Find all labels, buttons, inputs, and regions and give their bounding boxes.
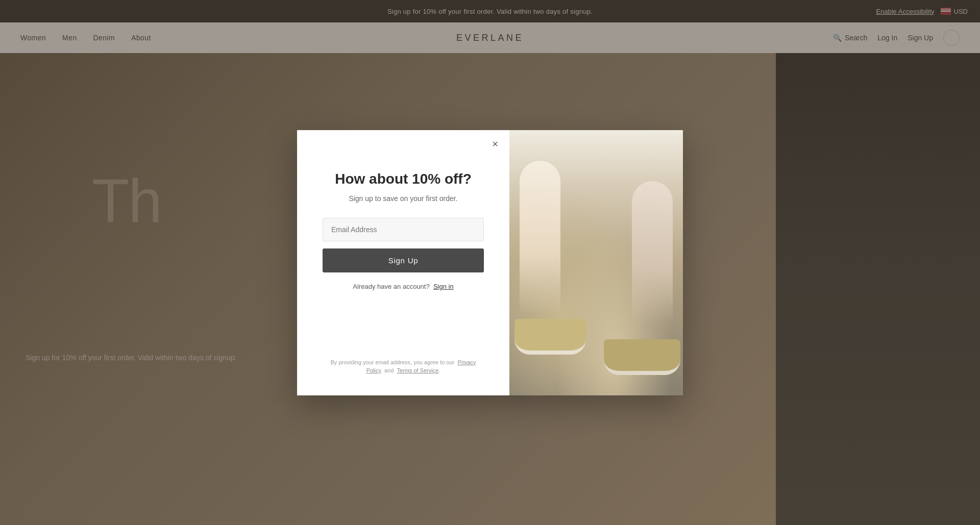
already-account-text: Already have an account? Sign in bbox=[353, 283, 453, 290]
modal-footer: By providing your email address, you agr… bbox=[323, 358, 484, 375]
shoe-left bbox=[514, 319, 586, 355]
modal-form-panel: × How about 10% off? Sign up to save on … bbox=[297, 130, 509, 395]
signup-submit-button[interactable]: Sign Up bbox=[323, 248, 484, 272]
modal-overlay[interactable]: × How about 10% off? Sign up to save on … bbox=[0, 0, 980, 525]
close-button[interactable]: × bbox=[488, 137, 502, 152]
footer-period: . bbox=[438, 367, 440, 373]
signin-link[interactable]: Sign in bbox=[433, 283, 454, 290]
modal-subtext: Sign up to save on your first order. bbox=[349, 194, 457, 203]
footer-and: and bbox=[384, 367, 394, 373]
modal-image-panel bbox=[509, 130, 683, 395]
terms-link[interactable]: Terms of Service bbox=[397, 367, 438, 373]
email-input[interactable] bbox=[323, 218, 484, 241]
already-account-label: Already have an account? bbox=[353, 283, 429, 290]
modal-headline: How about 10% off? bbox=[335, 171, 472, 187]
signup-modal: × How about 10% off? Sign up to save on … bbox=[297, 130, 683, 395]
leg-right bbox=[632, 181, 673, 324]
footer-prefix: By providing your email address, you agr… bbox=[331, 359, 455, 365]
leg-left bbox=[520, 161, 560, 314]
shoe-right bbox=[604, 339, 680, 375]
shoe-background bbox=[509, 130, 683, 395]
